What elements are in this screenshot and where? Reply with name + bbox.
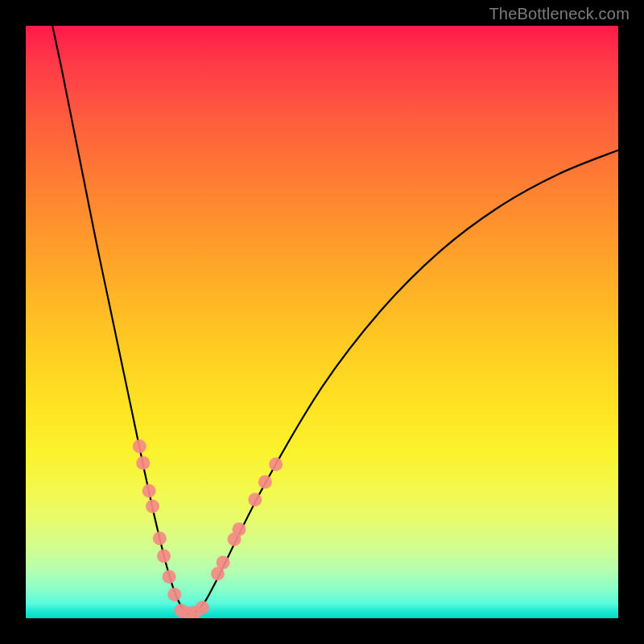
data-marker bbox=[136, 456, 150, 470]
data-marker bbox=[146, 499, 159, 513]
data-marker bbox=[163, 570, 176, 584]
chart-svg bbox=[26, 26, 618, 618]
bottleneck-curve-path bbox=[52, 26, 618, 614]
data-marker bbox=[248, 493, 262, 506]
data-marker bbox=[142, 484, 156, 497]
data-marker bbox=[269, 457, 283, 471]
data-marker bbox=[232, 522, 246, 536]
data-marker bbox=[217, 555, 230, 569]
data-marker bbox=[167, 588, 181, 601]
plot-area bbox=[26, 26, 618, 618]
curve-layer bbox=[52, 26, 618, 614]
data-marker bbox=[196, 601, 209, 614]
data-marker bbox=[157, 549, 171, 563]
data-marker bbox=[133, 440, 147, 453]
data-marker bbox=[258, 475, 272, 489]
chart-frame: TheBottleneck.com bbox=[0, 0, 644, 644]
markers-layer bbox=[133, 440, 283, 618]
data-marker bbox=[153, 531, 167, 545]
watermark-text: TheBottleneck.com bbox=[489, 5, 630, 23]
